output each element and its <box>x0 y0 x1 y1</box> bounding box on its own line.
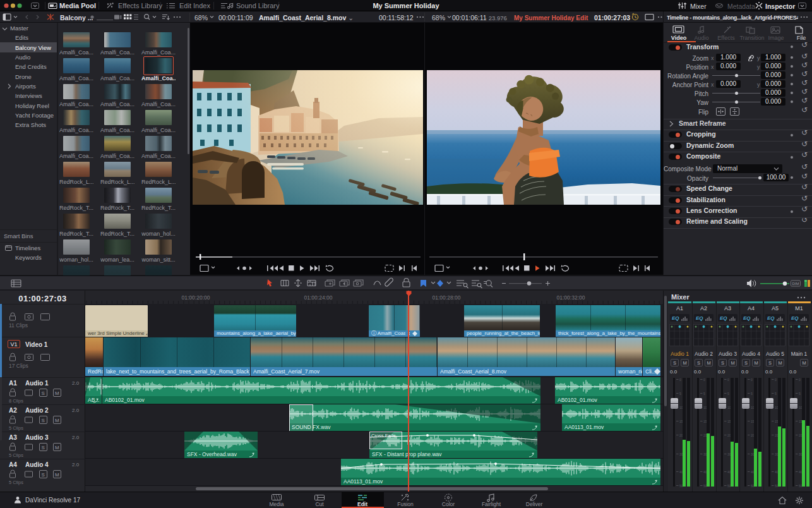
svg-text:0: 0 <box>775 378 777 382</box>
svg-text:5: 5 <box>703 392 705 396</box>
svg-text:S: S <box>42 445 45 451</box>
svg-text:S: S <box>42 390 45 396</box>
svg-text:0: 0 <box>679 378 681 382</box>
svg-text:M: M <box>55 472 59 478</box>
svg-text:M: M <box>55 390 59 396</box>
svg-text:DIM: DIM <box>792 282 799 286</box>
svg-text:5: 5 <box>751 392 753 396</box>
svg-text:5: 5 <box>727 392 729 396</box>
svg-text:5: 5 <box>799 392 801 396</box>
svg-text:0: 0 <box>751 378 753 382</box>
svg-text:S: S <box>42 418 45 423</box>
svg-text:0: 0 <box>727 378 729 382</box>
svg-text:5: 5 <box>679 392 681 396</box>
svg-text:0: 0 <box>703 378 705 382</box>
svg-text:0: 0 <box>799 378 801 382</box>
svg-text:S: S <box>42 472 45 478</box>
svg-text:M: M <box>55 445 59 451</box>
svg-text:M: M <box>55 418 59 423</box>
svg-text:5: 5 <box>775 392 777 396</box>
